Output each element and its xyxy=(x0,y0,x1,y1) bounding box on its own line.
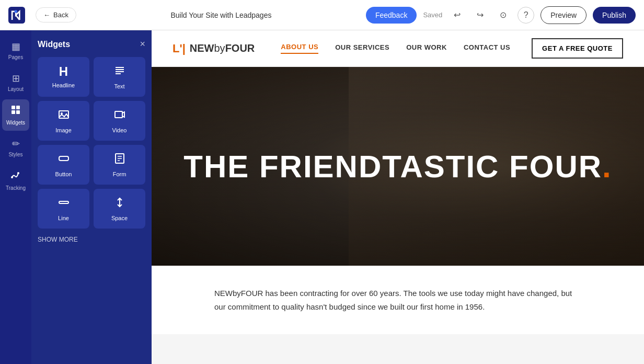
pages-label: Pages xyxy=(8,54,23,60)
site-nav-links: ABOUT US OUR SERVICES OUR WORK CONTACT U… xyxy=(281,43,532,54)
nav-link-contact[interactable]: CONTACT US xyxy=(464,43,510,53)
widgets-label: Widgets xyxy=(6,120,25,126)
image-icon xyxy=(58,108,70,124)
widget-headline[interactable]: H Headline xyxy=(38,57,89,97)
hero-section: THE FRIENDTASTIC FOUR. xyxy=(152,67,644,266)
headline-label: Headline xyxy=(52,82,75,88)
button-icon xyxy=(58,152,70,168)
settings-button[interactable]: ⊙ xyxy=(494,7,511,24)
top-bar-right: Saved ↩ ↪ ⊙ ? Preview Publish xyxy=(423,6,636,24)
svg-rect-20 xyxy=(59,201,68,203)
logo-text: NEWbyFOUR xyxy=(190,42,255,54)
text-label: Text xyxy=(114,83,124,89)
video-icon xyxy=(113,108,126,124)
svg-point-1 xyxy=(15,10,17,13)
line-label: Line xyxy=(58,215,69,221)
hero-content: THE FRIENDTASTIC FOUR. xyxy=(183,149,612,185)
sidebar-item-styles[interactable]: ✏ Styles xyxy=(2,133,29,163)
widget-button[interactable]: Button xyxy=(38,145,89,185)
sidebar-item-widgets[interactable]: Widgets xyxy=(2,99,29,131)
video-label: Video xyxy=(112,127,127,133)
sidebar-item-tracking[interactable]: Tracking xyxy=(2,165,29,196)
layout-icon: ⊞ xyxy=(12,73,20,84)
widgets-icon xyxy=(10,105,21,118)
widgets-grid: H Headline Text xyxy=(38,57,145,229)
widgets-panel-header: Widgets × xyxy=(38,39,145,50)
styles-label: Styles xyxy=(8,152,22,157)
top-bar: ← Back Build Your Site with Leadpages Fe… xyxy=(0,0,644,30)
logo-mark: L'| xyxy=(172,42,186,55)
button-label: Button xyxy=(55,171,72,177)
nav-link-services[interactable]: OUR SERVICES xyxy=(335,43,389,53)
svg-rect-15 xyxy=(59,156,68,161)
text-icon xyxy=(113,64,126,80)
headline-icon: H xyxy=(59,64,68,79)
undo-button[interactable]: ↩ xyxy=(448,7,465,24)
preview-button[interactable]: Preview xyxy=(540,6,586,24)
help-button[interactable]: ? xyxy=(518,7,534,24)
tracking-icon xyxy=(10,170,21,183)
layout-label: Layout xyxy=(8,86,24,92)
close-widgets-panel-button[interactable]: × xyxy=(140,39,145,50)
content-section: NEWbyFOUR has been contracting for over … xyxy=(152,266,644,334)
space-label: Space xyxy=(111,215,128,221)
sidebar-item-pages[interactable]: ▦ Pages xyxy=(2,36,29,65)
styles-icon: ✏ xyxy=(12,138,20,150)
hero-title-text: THE FRIENDTASTIC FOUR xyxy=(183,149,602,184)
svg-rect-5 xyxy=(16,110,20,114)
svg-rect-2 xyxy=(12,106,15,109)
show-more-button[interactable]: SHOW MORE xyxy=(38,236,78,243)
saved-status: Saved xyxy=(423,11,442,19)
site-navigation: L'| NEWbyFOUR ABOUT US OUR SERVICES OUR … xyxy=(152,30,644,67)
svg-point-6 xyxy=(11,176,13,178)
tracking-label: Tracking xyxy=(6,185,26,191)
widgets-panel: Widgets × H Headline Text xyxy=(31,30,152,364)
hero-title: THE FRIENDTASTIC FOUR. xyxy=(183,149,612,185)
widgets-panel-title: Widgets xyxy=(38,40,70,49)
get-quote-button[interactable]: GET A FREE QUOTE xyxy=(532,38,623,59)
canvas-area: L'| NEWbyFOUR ABOUT US OUR SERVICES OUR … xyxy=(152,30,644,364)
pages-icon: ▦ xyxy=(12,41,20,52)
site-title: Build Your Site with Leadpages xyxy=(93,11,349,19)
hero-title-dot: . xyxy=(602,149,612,184)
back-arrow-icon: ← xyxy=(43,11,50,19)
svg-rect-3 xyxy=(16,106,20,109)
widget-image[interactable]: Image xyxy=(38,101,89,141)
sidebar-item-layout[interactable]: ⊞ Layout xyxy=(2,67,29,97)
app-logo xyxy=(8,7,25,24)
form-icon xyxy=(113,152,126,168)
widget-text[interactable]: Text xyxy=(94,57,145,97)
main-content: ▦ Pages ⊞ Layout Widgets ✏ Styles xyxy=(0,30,644,364)
feedback-button[interactable]: Feedback xyxy=(366,7,417,24)
back-button[interactable]: ← Back xyxy=(36,7,76,22)
redo-button[interactable]: ↪ xyxy=(472,7,488,24)
nav-link-work[interactable]: OUR WORK xyxy=(406,43,447,53)
form-label: Form xyxy=(113,171,126,177)
widget-video[interactable]: Video xyxy=(94,101,145,141)
widget-space[interactable]: Space xyxy=(94,189,145,229)
nav-link-about[interactable]: ABOUT US xyxy=(281,43,318,54)
svg-point-7 xyxy=(17,172,19,174)
left-nav: ▦ Pages ⊞ Layout Widgets ✏ Styles xyxy=(0,30,31,364)
content-paragraph: NEWbyFOUR has been contracting for over … xyxy=(214,287,581,313)
site-logo: L'| NEWbyFOUR xyxy=(172,42,255,55)
widget-line[interactable]: Line xyxy=(38,189,89,229)
back-label: Back xyxy=(53,11,68,19)
svg-rect-4 xyxy=(12,110,15,114)
publish-button[interactable]: Publish xyxy=(593,7,636,24)
svg-rect-14 xyxy=(115,111,122,118)
widget-form[interactable]: Form xyxy=(94,145,145,185)
line-icon xyxy=(58,196,70,212)
image-label: Image xyxy=(55,127,72,133)
space-icon xyxy=(113,196,126,212)
